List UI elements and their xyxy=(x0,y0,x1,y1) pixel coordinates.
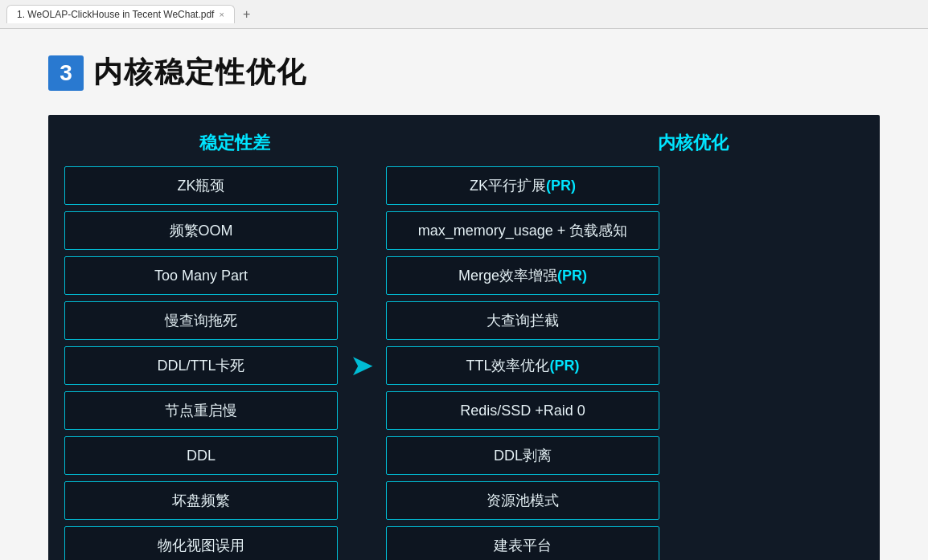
right-column-header: 内核优化 xyxy=(556,131,830,155)
list-item: 资源池模式 xyxy=(386,481,659,520)
left-column-header: 稳定性差 xyxy=(98,131,372,155)
list-item: max_memory_usage + 负载感知 xyxy=(386,211,659,250)
new-tab-button[interactable]: + xyxy=(240,7,253,22)
list-item: DDL/TTL卡死 xyxy=(64,346,338,385)
list-item: DDL剥离 xyxy=(386,436,659,475)
list-item: 频繁OOM xyxy=(64,211,338,250)
list-item: TTL效率优化(PR) xyxy=(386,346,659,385)
list-item: ZK平行扩展(PR) xyxy=(386,166,659,205)
rows-grid: ZK瓶颈 频繁OOM Too Many Part 慢查询拖死 DDL/TTL卡死… xyxy=(64,166,864,560)
list-item: 物化视图误用 xyxy=(64,526,338,560)
left-column: ZK瓶颈 频繁OOM Too Many Part 慢查询拖死 DDL/TTL卡死… xyxy=(64,166,338,560)
list-item: Redis/SSD +Raid 0 xyxy=(386,391,659,430)
page-title: 内核稳定性优化 xyxy=(93,53,307,92)
list-item: 建表平台 xyxy=(386,526,659,560)
arrow-container: ➤ xyxy=(338,166,386,560)
list-item: 坏盘频繁 xyxy=(64,481,338,520)
list-item: 慢查询拖死 xyxy=(64,301,338,340)
list-item: 大查询拦截 xyxy=(386,301,659,340)
list-item: Too Many Part xyxy=(64,256,338,295)
content-area: 3 内核稳定性优化 稳定性差 内核优化 ZK瓶颈 频繁OOM Too Many … xyxy=(0,29,928,560)
page-title-container: 3 内核稳定性优化 xyxy=(48,53,880,92)
browser-bar: 1. WeOLAP-ClickHouse in Tecent WeChat.pd… xyxy=(0,0,928,29)
main-table: 稳定性差 内核优化 ZK瓶颈 频繁OOM Too Many Part 慢查询拖死… xyxy=(48,115,880,560)
tab-label: 1. WeOLAP-ClickHouse in Tecent WeChat.pd… xyxy=(17,9,214,20)
title-badge: 3 xyxy=(48,55,84,91)
list-item: ZK瓶颈 xyxy=(64,166,338,205)
arrow-icon: ➤ xyxy=(350,349,374,382)
right-column: ZK平行扩展(PR) max_memory_usage + 负载感知 Merge… xyxy=(386,166,659,560)
column-headers: 稳定性差 内核优化 xyxy=(64,131,864,155)
browser-tab[interactable]: 1. WeOLAP-ClickHouse in Tecent WeChat.pd… xyxy=(6,5,235,23)
tab-close-icon[interactable]: × xyxy=(219,10,224,19)
list-item: 节点重启慢 xyxy=(64,391,338,430)
list-item: DDL xyxy=(64,436,338,475)
list-item: Merge效率增强(PR) xyxy=(386,256,659,295)
